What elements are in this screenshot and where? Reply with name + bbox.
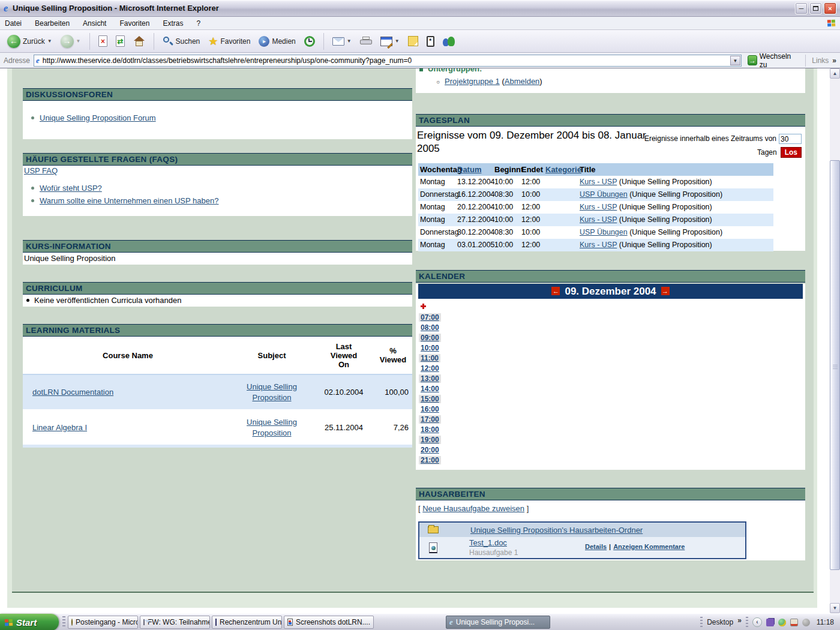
- address-input[interactable]: e http://www.theservice.de/dotlrn/classe…: [34, 55, 742, 67]
- calendar-nav-bar: ←09. Dezember 2004→: [418, 284, 803, 299]
- timespan-input[interactable]: [779, 134, 802, 144]
- col-datum-sort-link[interactable]: Datum: [457, 165, 481, 174]
- col-kategorie-sort-link[interactable]: Kategorie: [545, 165, 581, 174]
- subject-link[interactable]: Unique Selling Proposition: [247, 382, 297, 403]
- los-button[interactable]: Los: [781, 147, 802, 158]
- calendar-time-link[interactable]: 19:00: [419, 436, 441, 444]
- menu-ansicht[interactable]: Ansicht: [83, 19, 106, 28]
- quicklaunch-handle[interactable]: [62, 616, 65, 628]
- menu-favoriten[interactable]: Favoriten: [119, 19, 149, 28]
- calendar-time-link[interactable]: 17:00: [419, 415, 441, 424]
- taskbar-task-rechenzentrum[interactable]: Rechenzentrum Uni K...: [212, 616, 282, 629]
- abmelden-link[interactable]: Abmelden: [505, 77, 540, 86]
- forum-link[interactable]: Unique Selling Proposition Forum: [40, 113, 156, 122]
- scrollbar-thumb[interactable]: [830, 160, 840, 570]
- menu-hilfe[interactable]: ?: [196, 19, 200, 28]
- vertical-scrollbar[interactable]: ▲ ▼: [830, 68, 840, 613]
- mail-dropdown-icon[interactable]: ▼: [347, 38, 352, 44]
- search-button[interactable]: Suchen: [160, 35, 203, 48]
- links-label[interactable]: Links: [812, 56, 829, 65]
- scroll-up-button[interactable]: ▲: [830, 68, 840, 79]
- menu-bearbeiten[interactable]: Bearbeiten: [35, 19, 70, 28]
- forward-dropdown-icon[interactable]: ▼: [76, 38, 81, 44]
- calendar-time-link[interactable]: 07:00: [419, 313, 441, 322]
- forward-button[interactable]: → ▼: [58, 34, 83, 49]
- taskbar-task-mail-message[interactable]: FW: WG: Teilnahme v...: [140, 616, 210, 629]
- taskbar-task-outlook[interactable]: Posteingang - Micros...: [68, 616, 138, 629]
- messenger-button[interactable]: [440, 35, 458, 48]
- projektgruppe-link[interactable]: Projektgruppe 1: [445, 77, 500, 86]
- calendar-time-link[interactable]: 20:00: [419, 446, 441, 454]
- course-link[interactable]: dotLRN Documentation: [32, 388, 113, 397]
- event-link[interactable]: USP Übungen: [580, 228, 628, 236]
- mail-button[interactable]: ▼: [330, 36, 354, 47]
- back-button[interactable]: ← Zurück ▼: [5, 34, 55, 49]
- refresh-button[interactable]: ⇄: [113, 34, 127, 48]
- calendar-time-link[interactable]: 10:00: [419, 344, 441, 352]
- chevron-double-icon[interactable]: [737, 616, 742, 625]
- collapse-tray-icon[interactable]: ‹: [752, 617, 762, 627]
- calendar-time-link[interactable]: 13:00: [419, 374, 441, 383]
- tray-volume-icon[interactable]: [802, 619, 810, 626]
- show-comments-link[interactable]: Anzeigen Kommentare: [613, 543, 685, 550]
- print-button[interactable]: [358, 35, 374, 47]
- event-link[interactable]: Kurs - USP: [580, 178, 617, 186]
- history-button[interactable]: [302, 35, 317, 48]
- assign-homework-link[interactable]: Neue Hausaufgabe zuweisen: [422, 504, 524, 513]
- calendar-time-link[interactable]: 21:00: [419, 456, 441, 464]
- faq-question-link[interactable]: Warum sollte eine Unternehmen einen USP …: [40, 196, 218, 205]
- edit-button[interactable]: ▼: [378, 35, 402, 47]
- menu-datei[interactable]: Datei: [5, 19, 22, 28]
- add-event-icon[interactable]: [421, 304, 426, 309]
- subject-link[interactable]: Unique Selling Proposition: [247, 417, 297, 438]
- media-button[interactable]: ▸ Medien: [256, 35, 298, 48]
- menu-extras[interactable]: Extras: [163, 19, 183, 28]
- event-link[interactable]: USP Übungen: [580, 190, 628, 199]
- calendar-time-link[interactable]: 15:00: [419, 395, 441, 403]
- calendar-time-link[interactable]: 08:00: [419, 323, 441, 332]
- next-month-icon[interactable]: →: [661, 287, 670, 295]
- stop-button[interactable]: ×: [96, 34, 110, 48]
- taskbar-task-screenshots[interactable]: Screenshots dotLRN....: [284, 616, 374, 629]
- close-button[interactable]: ×: [824, 2, 836, 14]
- calendar-time-link[interactable]: 14:00: [419, 385, 441, 393]
- chevron-double-icon[interactable]: [832, 56, 836, 65]
- tray-network-icon[interactable]: [778, 619, 786, 626]
- calendar-time-link[interactable]: 18:00: [419, 425, 441, 434]
- calendar-time-link[interactable]: 12:00: [419, 364, 441, 373]
- event-link[interactable]: Kurs - USP: [580, 241, 617, 249]
- list-bullet: [26, 299, 29, 302]
- go-button[interactable]: → Wechseln zu: [745, 51, 799, 70]
- details-link[interactable]: Details: [585, 543, 607, 550]
- start-button[interactable]: Start: [0, 614, 59, 630]
- col-course-name: Course Name: [23, 351, 233, 360]
- address-dropdown-icon[interactable]: ▼: [730, 56, 740, 65]
- tray-handle[interactable]: [700, 617, 703, 628]
- course-link[interactable]: Linear Algebra I: [32, 423, 87, 432]
- calendar-time-link[interactable]: 11:00: [419, 354, 440, 362]
- back-dropdown-icon[interactable]: ▼: [47, 38, 52, 44]
- prev-month-icon[interactable]: ←: [551, 287, 560, 295]
- event-link[interactable]: Kurs - USP: [580, 203, 617, 211]
- faq-question-link[interactable]: Wofür steht USP?: [40, 184, 102, 193]
- tray-app-icon[interactable]: [766, 619, 774, 626]
- device-button[interactable]: *: [424, 35, 437, 48]
- desktop-toolbar-label[interactable]: Desktop: [707, 618, 733, 626]
- taskbar-task-ie-active[interactable]: e Unique Selling Proposi...: [446, 616, 550, 629]
- homework-file-link[interactable]: Test_1.doc: [469, 538, 507, 547]
- faq-group-link[interactable]: USP FAQ: [24, 166, 58, 175]
- calendar-time-link[interactable]: 09:00: [419, 334, 441, 342]
- edit-dropdown-icon[interactable]: ▼: [395, 38, 400, 44]
- maximize-button[interactable]: [809, 2, 822, 14]
- url-text: http://www.theservice.de/dotlrn/classes/…: [43, 56, 412, 65]
- home-button[interactable]: [131, 35, 148, 48]
- tray-display-icon[interactable]: [790, 619, 798, 626]
- event-link[interactable]: Kurs - USP: [580, 215, 617, 224]
- event-start: 08:30: [494, 188, 521, 201]
- discuss-button[interactable]: [406, 35, 421, 47]
- minimize-button[interactable]: ─: [795, 2, 808, 14]
- favorites-button[interactable]: ★ Favoriten: [206, 35, 253, 48]
- homework-folder-link[interactable]: Unique Selling Proposition's Hausarbeite…: [470, 526, 643, 535]
- scroll-down-button[interactable]: ▼: [830, 603, 840, 613]
- calendar-time-link[interactable]: 16:00: [419, 405, 441, 413]
